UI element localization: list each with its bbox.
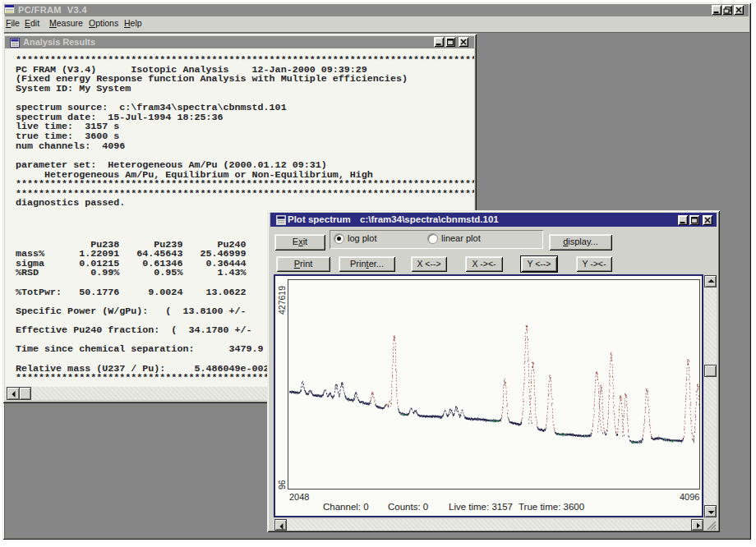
svg-text:96: 96 <box>277 480 287 490</box>
svg-text:427619: 427619 <box>277 286 287 315</box>
